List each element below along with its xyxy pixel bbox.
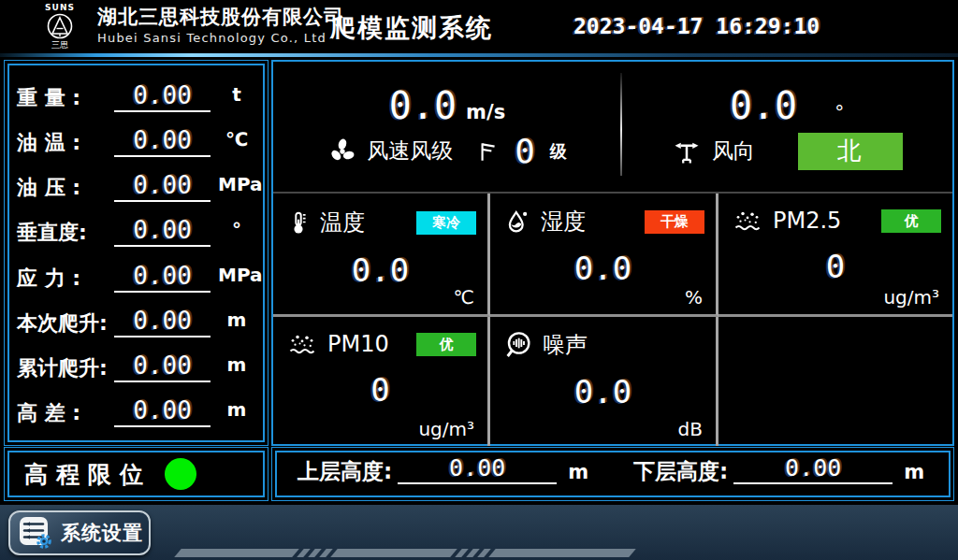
measurement-unit: m	[218, 304, 255, 336]
sensor-card-empty	[718, 317, 952, 446]
logo-top-text: SUNS	[45, 4, 75, 12]
fan-icon	[327, 136, 357, 166]
elevation-limit-box: 高程限位	[4, 447, 269, 501]
wind-speed-unit: m/s	[466, 101, 505, 123]
sensor-unit: ug/m³	[883, 286, 939, 309]
sensor-name: 湿度	[541, 207, 586, 237]
measurement-row-verticality: 垂直度: 0.00 °	[17, 208, 255, 249]
particles-icon	[732, 207, 763, 235]
settings-button-label: 系统设置	[61, 520, 143, 546]
settings-button[interactable]: 系统设置	[8, 510, 151, 555]
sensor-name: PM10	[327, 331, 389, 357]
measurement-value: 0.00	[114, 395, 210, 427]
wind-vane-icon	[671, 137, 703, 165]
sensor-name: 噪声	[543, 330, 588, 360]
measurement-label: 垂直度:	[17, 217, 114, 249]
wind-direction-block: 0.0 ° 风向 北	[621, 62, 952, 192]
lower-height-group: 下层高度: 0.00 m	[613, 454, 949, 494]
layer-height-box: 上层高度: 0.00 m 下层高度: 0.00 m	[271, 447, 954, 501]
elevation-limit-label: 高程限位	[24, 459, 152, 490]
thermometer-icon	[286, 207, 311, 238]
footer-bar: 系统设置	[0, 505, 958, 560]
measurement-unit: t	[218, 79, 255, 110]
elevation-limit-indicator	[165, 458, 196, 490]
sensor-card-noise: 噪声 0.0 dB	[490, 317, 718, 446]
sensor-status-badge: 优	[416, 333, 476, 356]
logo-bottom-text: 三思	[51, 40, 68, 50]
sensor-name: PM2.5	[773, 208, 841, 234]
measurement-label: 应 力 :	[17, 263, 114, 294]
measurement-unit: MPa	[218, 259, 255, 291]
sensor-value: 0.0	[490, 373, 716, 410]
company-name-cn: 湖北三思科技股份有限公司	[97, 5, 344, 29]
measurement-value: 0.00	[114, 261, 210, 293]
company-name: 湖北三思科技股份有限公司 Hubei Sansi Technology Co.,…	[97, 5, 344, 48]
sensor-value: 0	[718, 248, 952, 285]
page-title: 爬模监测系统	[330, 11, 493, 45]
company-name-en: Hubei Sansi Technology Co., Ltd	[97, 29, 344, 48]
header-divider	[0, 53, 958, 57]
measurement-row-current-climb: 本次爬升: 0.00 m	[17, 298, 255, 339]
environment-panel: 0.0 m/s 风速风级	[271, 60, 954, 446]
wind-section: 0.0 m/s 风速风级	[273, 62, 952, 192]
measurement-row-oil-temp: 油 温 : 0.00 ℃	[17, 118, 255, 159]
measurement-label: 高 差 :	[17, 397, 114, 429]
sensor-name: 温度	[320, 208, 365, 237]
sensor-unit: ℃	[454, 286, 474, 309]
sensor-card-humidity: 湿度 干燥 0.0 %	[490, 194, 718, 317]
sansi-logo-icon	[45, 12, 75, 40]
measurement-row-total-climb: 累计爬升: 0.00 m	[17, 343, 255, 384]
sensor-card-pm10: PM10 优 0 ug/m³	[273, 317, 490, 446]
sensor-status-badge: 优	[881, 209, 941, 233]
measurement-panel: 重 量 : 0.00 t 油 温 : 0.00 ℃ 油 压 : 0.00 MPa…	[4, 60, 269, 446]
measurement-unit: ℃	[218, 123, 255, 155]
company-logo: SUNS 三思	[26, 1, 94, 52]
wind-speed-value: 0.0	[389, 84, 457, 127]
measurement-label: 油 压 :	[17, 172, 114, 204]
measurement-value: 0.00	[114, 125, 210, 157]
wind-speed-block: 0.0 m/s 风速风级	[273, 62, 621, 192]
settings-icon	[18, 515, 53, 551]
sensor-card-pm25: PM2.5 优 0 ug/m³	[718, 194, 952, 317]
upper-height-group: 上层高度: 0.00 m	[277, 454, 613, 494]
measurement-unit: m	[218, 394, 255, 425]
particles-icon	[286, 330, 318, 358]
measurement-row-stress: 应 力 : 0.00 MPa	[17, 253, 255, 294]
upper-height-label: 上层高度:	[298, 456, 392, 486]
sensor-status-badge: 寒冷	[416, 211, 476, 235]
noise-icon	[503, 330, 533, 360]
sensor-unit: %	[685, 286, 703, 309]
measurement-unit: MPa	[218, 168, 255, 200]
measurement-label: 重 量 :	[17, 82, 114, 114]
sensor-value: 0.0	[273, 251, 487, 289]
measurement-row-oil-pressure: 油 压 : 0.00 MPa	[17, 163, 255, 204]
wind-level-unit: 级	[550, 140, 567, 163]
measurement-value: 0.00	[114, 351, 210, 382]
header: SUNS 三思 湖北三思科技股份有限公司 Hubei Sansi Technol…	[0, 0, 958, 53]
degree-symbol: °	[835, 101, 844, 123]
climbing-formwork-monitor-screen: SUNS 三思 湖北三思科技股份有限公司 Hubei Sansi Technol…	[0, 0, 958, 560]
measurement-label: 油 温 :	[17, 127, 114, 159]
wind-level-value: 0	[515, 133, 535, 170]
measurement-value: 0.00	[114, 80, 210, 112]
upper-height-value: 0.00	[398, 454, 557, 484]
sensor-status-badge: 干燥	[645, 210, 704, 234]
wind-level-icon	[475, 139, 500, 164]
lower-height-label: 下层高度:	[633, 456, 728, 486]
wind-direction-badge: 北	[798, 133, 903, 170]
sensor-grid: 温度 寒冷 0.0 ℃ 湿度 干燥 0.0 %	[273, 192, 952, 446]
wind-direction-value: 0.0	[730, 84, 797, 127]
wind-speed-label: 风速风级	[367, 136, 453, 165]
measurement-value: 0.00	[114, 306, 210, 337]
measurement-label: 累计爬升:	[17, 352, 114, 384]
wind-direction-label: 风向	[712, 136, 755, 165]
measurement-value: 0.00	[114, 170, 210, 202]
upper-height-unit: m	[568, 458, 588, 486]
datetime-display: 2023-04-17 16:29:10	[573, 14, 820, 38]
measurement-row-height-diff: 高 差 : 0.00 m	[17, 388, 255, 429]
measurement-row-weight: 重 量 : 0.00 t	[17, 73, 255, 114]
sensor-unit: ug/m³	[418, 418, 474, 440]
sensor-card-temperature: 温度 寒冷 0.0 ℃	[273, 194, 490, 317]
sensor-value: 0.0	[490, 250, 716, 287]
sensor-unit: dB	[678, 418, 703, 440]
